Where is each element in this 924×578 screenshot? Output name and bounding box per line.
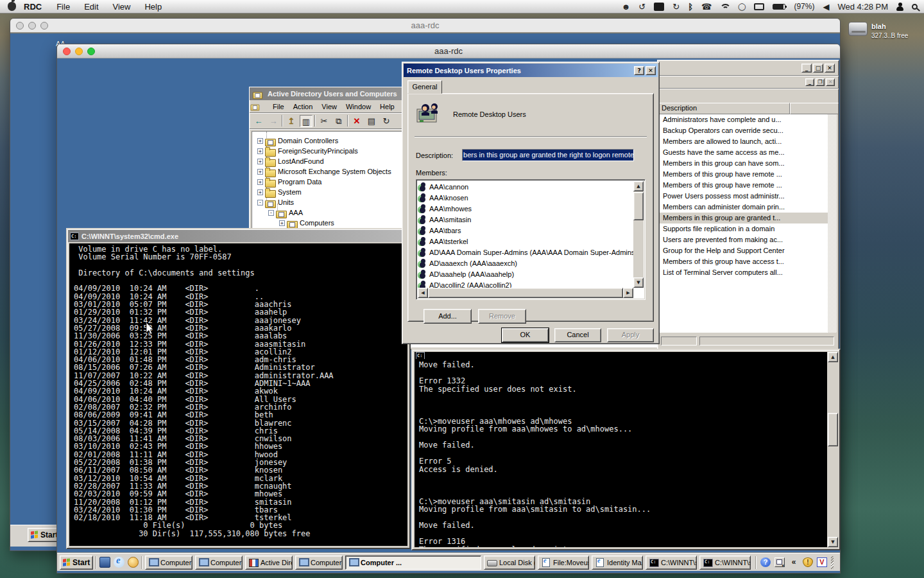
group-list-row[interactable]: Members in this group can have som... [660,158,828,169]
add-button[interactable]: Add... [424,309,472,324]
toolbar-icon[interactable] [282,115,283,127]
scrollbar-thumb[interactable] [633,192,644,220]
remote-desktop-users-properties-dialog[interactable]: Remote Desktop Users Properties ? ✕ Gene… [402,62,660,344]
fast-user-switch-icon[interactable] [896,3,903,11]
toolbar-icon[interactable] [347,115,348,127]
tree-toggle[interactable]: - [257,200,263,206]
cmd2-scrollbar[interactable]: ▲ ▼ [828,352,838,547]
column-header-blank[interactable] [790,103,839,114]
minimize-icon[interactable] [75,48,83,55]
toolbar-icon[interactable] [300,115,312,127]
toolbar-icon[interactable] [285,115,298,127]
taskbar-window-button[interactable]: Computer ... [345,556,481,570]
status-icon[interactable] [720,3,730,10]
quick-launch-icon[interactable] [99,557,110,568]
member-row[interactable]: AAA\mhowes [418,203,633,214]
outer-traffic-lights[interactable] [16,22,48,30]
toolbar-icon[interactable] [365,115,378,127]
volume-mute-icon[interactable]: ◀ [823,0,829,13]
zoom-icon[interactable] [87,48,95,55]
cmd1-titlebar[interactable]: C:\WINNT\system32\cmd.exe [68,230,409,242]
description-field[interactable]: bers in this group are granted the right… [462,149,634,161]
taskbar-window-button[interactable]: Computer M... [295,556,343,570]
maximize-icon[interactable]: □ [813,64,823,73]
tree-toggle[interactable]: + [257,169,263,175]
ad-list-window[interactable]: _ □ ✕ _ ❐ ✕ Description Administrators h… [657,60,839,350]
list-scrollbar[interactable] [828,114,837,333]
member-row[interactable]: AD\AAA Domain Super-Admins (AAA\AAA Doma… [418,247,633,258]
group-list-row[interactable]: Users are prevented from making ac... [660,234,828,245]
ad-menu-item[interactable]: Window [341,101,375,112]
close-icon[interactable] [16,22,24,30]
group-list-row[interactable]: Members of this group have remote ... [660,169,828,180]
app-menu-rdc[interactable]: RDC [16,0,49,13]
taskbar-window-button[interactable]: Active Direc... [245,556,293,570]
tree-toggle[interactable]: + [279,220,285,226]
member-row[interactable]: AD\acollin2 (AAA\acollin2) [418,279,633,288]
cmd1-terminal[interactable]: Volume in drive C has no label. Volume S… [69,243,407,546]
ad-menu-item[interactable]: Action [289,101,318,112]
tray-icon[interactable] [803,557,813,567]
taskbar-window-button[interactable]: Local Disk (C:) [484,556,535,570]
status-icon[interactable] [638,0,646,13]
taskbar-window-button[interactable]: C:\WINNT\s... [646,556,697,570]
group-list-row[interactable]: Backup Operators can override secu... [660,125,828,136]
tree-toggle[interactable]: + [257,179,263,185]
member-row[interactable]: AD\aaahelp (AAA\aaahelp) [418,268,633,279]
group-list-row[interactable]: Members can administer domain prin... [660,202,828,213]
inner-window-titlebar[interactable]: aaa-rdc [57,44,840,58]
member-row[interactable]: AAA\smitasin [418,214,633,225]
tree-toggle[interactable]: + [257,138,263,144]
scroll-right-icon[interactable]: ▶ [623,288,633,298]
remove-button[interactable]: Remove [478,309,526,324]
help-icon[interactable]: ? [634,66,644,75]
quick-launch-icon[interactable] [128,557,139,568]
tree-toggle[interactable]: + [257,159,263,164]
cancel-button[interactable]: Cancel [554,328,601,342]
taskbar-window-button[interactable]: File:Moveus... [538,556,589,570]
group-list-row[interactable]: Group for the Help and Support Center [660,245,828,256]
ad-menu-item[interactable]: Help [375,101,399,112]
toolbar-icon[interactable] [332,115,345,127]
member-row[interactable]: AAA\tbars [418,225,633,236]
group-list-row[interactable]: Members of this group have remote ... [660,180,828,191]
start-button[interactable]: Start [60,556,93,570]
group-list-row[interactable]: Guests have the same access as me... [660,147,828,158]
apply-button[interactable]: Apply [607,328,654,342]
tree-toggle[interactable]: - [268,210,274,216]
tray-icon[interactable] [774,557,785,567]
status-icon[interactable] [688,0,693,13]
menu-item[interactable]: Help [137,0,169,13]
cmd2-terminal[interactable]: Move failed. Error 1332 The specified us… [415,359,827,547]
toolbar-icon[interactable] [318,115,330,127]
cmd-window-moveuser[interactable]: Move failed. Error 1332 The specified us… [411,349,841,550]
toolbar-icon[interactable] [252,115,265,127]
inner-traffic-lights[interactable] [63,48,95,55]
close-icon[interactable]: ✕ [825,64,835,73]
cmd-window-dir-listing[interactable]: C:\WINNT\system32\cmd.exe Volume in driv… [66,228,411,549]
toolbar-icon[interactable] [380,115,393,127]
members-vertical-scrollbar[interactable]: ▲ ▼ [633,181,644,288]
dialog-titlebar[interactable]: Remote Desktop Users Properties ? ✕ [404,64,658,77]
tray-icon[interactable] [760,557,771,567]
scroll-down-icon[interactable]: ▼ [633,277,644,288]
tab-general[interactable]: General [407,80,442,94]
minimize-icon[interactable]: _ [805,78,814,86]
status-icon[interactable] [672,0,680,13]
desktop-volume-blah[interactable]: blah 327.3..B free [848,22,908,40]
scroll-up-icon[interactable]: ▲ [633,181,644,191]
minimize-icon[interactable] [28,22,36,30]
group-list-row[interactable]: List of Terminal Server computers all... [660,267,828,278]
group-list-row[interactable]: Members of this group have access t... [660,256,828,267]
toolbar-icon[interactable] [314,115,316,127]
scroll-down-icon[interactable]: ▼ [828,537,838,547]
scrollbar-thumb[interactable] [828,413,838,446]
scroll-up-icon[interactable]: ▲ [828,352,838,362]
close-icon[interactable]: ✕ [646,66,656,75]
group-list-row[interactable]: Power Users possess most administr... [660,191,828,202]
member-row[interactable]: AAA\knosen [418,192,633,203]
status-icon[interactable] [738,0,746,13]
members-listbox[interactable]: AAA\cannon AAA\knosen AAA\mhowes [416,179,646,300]
restore-icon[interactable]: ❐ [816,78,825,86]
close-icon[interactable] [63,48,71,55]
